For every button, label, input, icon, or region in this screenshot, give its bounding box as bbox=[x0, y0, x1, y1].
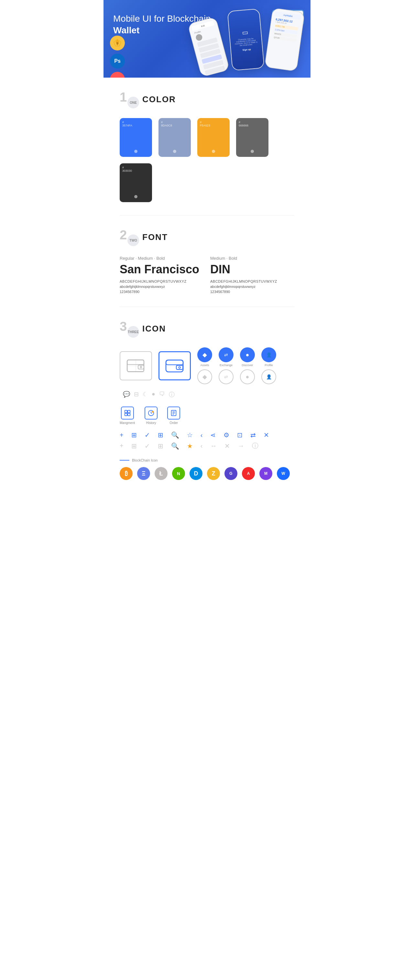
grid-gray-icon: ⊞ bbox=[131, 442, 137, 450]
export-icon: ⊡ bbox=[237, 431, 243, 439]
check-icon: ✓ bbox=[145, 431, 150, 439]
ps-badge: Ps bbox=[110, 54, 125, 68]
swatch-slate: #8DA0C8 bbox=[158, 118, 191, 157]
svg-point-16 bbox=[178, 366, 180, 368]
svg-rect-17 bbox=[124, 410, 127, 413]
sketch-badge: S bbox=[110, 36, 125, 51]
phone-mockup-3: myWallet 6,297,502.12 ≈ $40,315.16 ● BTC… bbox=[264, 8, 305, 72]
wallet-blue-icon bbox=[158, 351, 191, 380]
wallet-wireframe-icon bbox=[119, 351, 152, 380]
phone-mockup-1: 9:41 Profile bbox=[188, 16, 230, 77]
btc-icon: ₿ bbox=[119, 467, 132, 480]
svg-rect-14 bbox=[166, 360, 183, 365]
blockchain-label-row: BlockChain Icon bbox=[119, 458, 295, 462]
discover-outline-icon: ● bbox=[240, 369, 255, 384]
svg-rect-19 bbox=[124, 414, 127, 415]
font-grid: Regular · Medium · Bold San Francisco AB… bbox=[119, 256, 295, 294]
swatch-gray: #666666 bbox=[236, 118, 269, 157]
ltc-icon: Ł bbox=[154, 467, 167, 480]
back-icon: ‹ bbox=[201, 431, 203, 439]
search-icon: 🔍 bbox=[171, 431, 179, 439]
moon-icon: ☾ bbox=[143, 391, 148, 398]
profile-icon: 👤 bbox=[261, 347, 276, 362]
blockchain-line bbox=[119, 460, 129, 461]
profile-icon-item: 👤 Profile bbox=[261, 347, 276, 367]
circle-icon-group: ◆ Assets ⇄ Exchange ● Discover 👤 Profile bbox=[197, 347, 276, 384]
svg-rect-10 bbox=[127, 360, 144, 364]
matic-icon: M bbox=[260, 467, 272, 480]
color-swatches: #3574FA #8DA0C8 #F5A623 #666666 #303030 bbox=[119, 118, 295, 202]
small-icons-row1: + ⊞ ✓ ⊞ 🔍 ☆ ‹ ⋖ ⚙ ⊡ ⇄ ✕ bbox=[119, 431, 295, 439]
svg-text:S: S bbox=[116, 42, 118, 45]
svg-point-12 bbox=[140, 366, 142, 368]
history-icon bbox=[145, 407, 158, 420]
font-section: 2 TWO FONT Regular · Medium · Bold San F… bbox=[104, 215, 310, 307]
exchange-outline-icon: ⇄ bbox=[219, 369, 234, 384]
management-icon-item: Mangment bbox=[119, 407, 135, 425]
forward-gray-icon: → bbox=[238, 442, 244, 450]
font-din: Medium · Bold DIN ABCDEFGHIJKLMNOPQRSTUV… bbox=[210, 256, 295, 294]
wallet-icon-row: ◆ Assets ⇄ Exchange ● Discover 👤 Profile bbox=[119, 347, 295, 398]
order-icon bbox=[167, 407, 180, 420]
section-number-2: 2 TWO bbox=[119, 228, 137, 246]
icon-section: 3 THREE ICON bbox=[104, 307, 310, 493]
search-gray-icon: 🔍 bbox=[171, 442, 179, 450]
back-gray-icon: ‹ bbox=[201, 442, 203, 450]
share-icon: ⋖ bbox=[210, 431, 216, 439]
tool-badges: S Ps 60+Screens bbox=[110, 36, 125, 78]
icon-title: ICON bbox=[142, 324, 166, 334]
section-number-3: 3 THREE bbox=[119, 320, 137, 338]
grid-icon: ⊞ bbox=[131, 431, 137, 439]
crypto-icons: ₿ Ξ Ł N D Z G A M W bbox=[119, 467, 295, 480]
font-sf: Regular · Medium · Bold San Francisco AB… bbox=[119, 256, 204, 294]
message-icon: 🗨 bbox=[159, 391, 165, 398]
svg-rect-13 bbox=[166, 360, 183, 372]
info-gray-icon: ⓘ bbox=[252, 441, 258, 450]
chat-icon: 💬 bbox=[123, 391, 130, 398]
close-gray-icon: ✕ bbox=[225, 442, 230, 450]
ark-icon: A bbox=[242, 467, 255, 480]
qr-gray-icon: ⊞ bbox=[158, 442, 163, 450]
font-title: FONT bbox=[142, 232, 168, 242]
blockchain-section: BlockChain Icon ₿ Ξ Ł N D Z G A M W bbox=[119, 458, 295, 480]
waves-icon: W bbox=[277, 467, 290, 480]
screens-badge: 60+Screens bbox=[110, 72, 125, 78]
dash-icon: D bbox=[189, 467, 202, 480]
swatch-dark: #303030 bbox=[119, 163, 152, 202]
zcash-icon: Z bbox=[207, 467, 220, 480]
extra-icon-group: 💬 ⊟ ☾ ● 🗨 ⓘ bbox=[123, 391, 175, 398]
layers-icon: ⊟ bbox=[134, 391, 139, 398]
icon-section-header: 3 THREE ICON bbox=[119, 320, 295, 338]
plus-icon: + bbox=[119, 431, 124, 439]
svg-rect-18 bbox=[128, 410, 130, 413]
svg-rect-15 bbox=[176, 365, 183, 369]
font-section-header: 2 TWO FONT bbox=[119, 228, 295, 246]
management-icon bbox=[121, 407, 134, 420]
section-number-1: 1 ONE bbox=[119, 91, 137, 108]
assets-outline-icon: ◆ bbox=[197, 369, 212, 384]
blockchain-label: BlockChain Icon bbox=[132, 458, 158, 462]
star-filled-icon: ★ bbox=[187, 442, 193, 450]
color-title: COLOR bbox=[142, 94, 176, 105]
svg-point-22 bbox=[152, 411, 154, 413]
neo-icon: N bbox=[172, 467, 185, 480]
swatch-blue: #3574FA bbox=[119, 118, 152, 157]
info-icon: ⓘ bbox=[169, 391, 175, 398]
star-icon: ☆ bbox=[187, 431, 193, 439]
swatch-orange: #F5A623 bbox=[197, 118, 230, 157]
check-gray-icon: ✓ bbox=[145, 442, 150, 450]
exchange-icon-item: ⇄ Exchange bbox=[219, 347, 234, 367]
color-section: 1 ONE COLOR #3574FA #8DA0C8 #F5A623 #666… bbox=[104, 78, 310, 215]
order-icon-item: Order bbox=[167, 407, 180, 425]
phone-mockup-2: ▭ Character may be manifested in the gre… bbox=[227, 8, 264, 71]
close-icon: ✕ bbox=[264, 431, 269, 439]
assets-icon-item: ◆ Assets bbox=[197, 347, 212, 367]
grid-crypto-icon: G bbox=[225, 467, 237, 480]
phones-mockup: 9:41 Profile ▭ Character may be manifest… bbox=[188, 6, 310, 78]
hero-section: Mobile UI for Blockchain Wallet UI Kit S… bbox=[104, 0, 310, 78]
assets-icon: ◆ bbox=[197, 347, 212, 362]
plus-gray-icon: + bbox=[119, 442, 124, 450]
small-icons-row2: + ⊞ ✓ ⊞ 🔍 ★ ‹ ↔ ✕ → ⓘ bbox=[119, 441, 295, 450]
circle-icon: ● bbox=[152, 391, 155, 398]
svg-rect-20 bbox=[128, 414, 130, 415]
